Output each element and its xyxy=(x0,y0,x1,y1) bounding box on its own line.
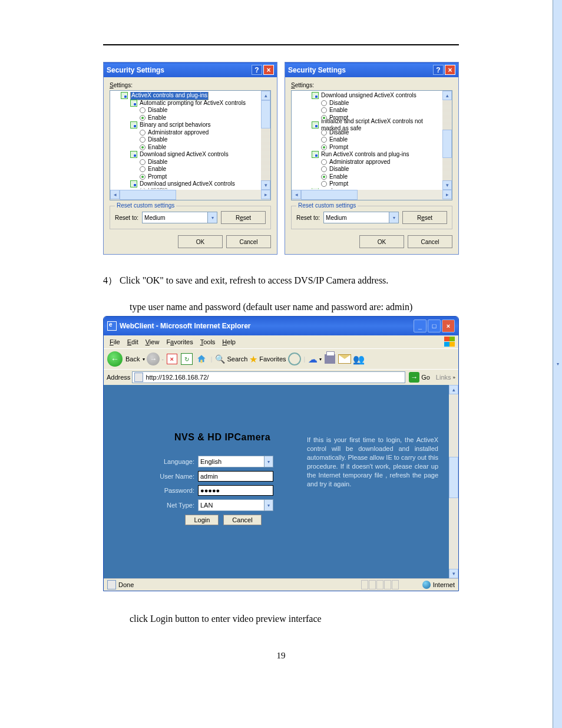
tree-option[interactable]: Disable xyxy=(294,166,442,173)
mail-button[interactable] xyxy=(338,353,351,365)
cancel-button[interactable]: Cancel xyxy=(223,515,261,525)
go-label[interactable]: Go xyxy=(421,374,430,381)
menu-tools[interactable]: Tools xyxy=(197,338,219,346)
help-button[interactable]: ? xyxy=(433,65,444,75)
ok-button[interactable]: OK xyxy=(178,235,223,248)
tree-option[interactable]: Disable xyxy=(113,136,260,144)
cancel-button[interactable]: Cancel xyxy=(226,235,271,248)
chevron-down-icon[interactable]: ▾ xyxy=(207,212,217,223)
radio-icon[interactable] xyxy=(140,188,146,190)
forward-button[interactable]: → xyxy=(147,353,160,365)
radio-icon[interactable] xyxy=(321,100,327,106)
back-dropdown-icon[interactable]: ▾ xyxy=(143,357,145,362)
tree-category[interactable]: Run ActiveX controls and plug-ins xyxy=(294,151,442,159)
print-button[interactable] xyxy=(323,353,336,365)
tree-option[interactable]: Enable xyxy=(113,114,260,122)
refresh-button[interactable]: ↻ xyxy=(180,353,193,365)
tree-category[interactable]: Script ActiveX controls marked safe for … xyxy=(294,188,442,190)
tree-option[interactable]: Enable xyxy=(113,144,260,151)
minimize-button[interactable]: _ xyxy=(414,319,427,332)
scroll-thumb-h[interactable] xyxy=(120,190,176,200)
tree-option[interactable]: Enable xyxy=(294,107,442,114)
scroll-left-arrow[interactable]: ◂ xyxy=(110,190,120,199)
menu-view[interactable]: View xyxy=(142,338,163,346)
menu-file[interactable]: File xyxy=(106,338,124,346)
tree-option[interactable]: Enable xyxy=(294,173,442,181)
radio-icon[interactable] xyxy=(321,107,327,113)
scroll-thumb[interactable] xyxy=(449,404,458,559)
search-label[interactable]: Search xyxy=(227,355,247,363)
radio-icon[interactable] xyxy=(140,130,146,136)
scroll-down-arrow[interactable]: ▾ xyxy=(449,569,458,578)
media-icon[interactable]: ☁ xyxy=(308,354,318,365)
tree-category[interactable]: Initialize and script ActiveX controls n… xyxy=(294,121,442,129)
tree-option[interactable]: Prompt xyxy=(113,173,260,181)
stop-button[interactable]: × xyxy=(166,353,178,365)
scroll-right-arrow[interactable]: ▸ xyxy=(261,190,270,199)
tree-option[interactable]: Prompt xyxy=(294,144,442,151)
settings-tree[interactable]: ActiveX controls and plug-insAutomatic p… xyxy=(110,90,271,200)
content-scrollbar[interactable]: ▴ ▾ xyxy=(449,385,458,578)
menu-help[interactable]: Help xyxy=(219,338,239,346)
tree-option[interactable]: Disable xyxy=(113,159,260,166)
close-button[interactable]: × xyxy=(445,65,455,75)
scrollbar-vertical[interactable]: ▴ ▾ xyxy=(442,91,452,190)
scroll-left-arrow[interactable]: ◂ xyxy=(292,190,301,199)
scroll-thumb[interactable] xyxy=(261,100,270,129)
favorites-icon[interactable]: ★ xyxy=(249,354,257,365)
ok-button[interactable]: OK xyxy=(359,235,404,248)
radio-icon[interactable] xyxy=(140,137,146,143)
chevron-down-icon[interactable]: ▾ xyxy=(264,500,273,510)
messenger-icon[interactable]: 👥 xyxy=(353,354,365,365)
reset-to-combo[interactable]: Medium ▾ xyxy=(323,212,399,223)
tree-option[interactable]: Disable xyxy=(113,188,260,190)
scroll-up-arrow[interactable]: ▴ xyxy=(449,385,458,394)
scroll-down-arrow[interactable]: ▾ xyxy=(261,180,270,190)
tree-option[interactable]: Prompt xyxy=(294,180,442,188)
reset-button[interactable]: Reset xyxy=(402,211,447,224)
links-label[interactable]: Links xyxy=(436,374,451,381)
tree-category[interactable]: ActiveX controls and plug-ins xyxy=(113,92,260,100)
radio-icon[interactable] xyxy=(321,159,327,165)
scroll-up-arrow[interactable]: ▴ xyxy=(261,91,270,100)
scrollbar-horizontal[interactable]: ◂ ▸ xyxy=(292,190,452,200)
radio-icon[interactable] xyxy=(140,144,146,150)
scroll-thumb[interactable] xyxy=(442,130,452,158)
links-chevron-icon[interactable]: » xyxy=(453,375,455,380)
help-button[interactable]: ? xyxy=(252,65,262,75)
radio-icon[interactable] xyxy=(321,181,327,187)
tree-option[interactable]: Enable xyxy=(113,166,260,173)
language-select[interactable]: English ▾ xyxy=(198,456,273,467)
scroll-right-arrow[interactable]: ▸ xyxy=(442,190,452,199)
radio-icon[interactable] xyxy=(321,130,327,136)
radio-icon[interactable] xyxy=(140,115,146,121)
login-button[interactable]: Login xyxy=(185,515,219,525)
tree-option[interactable]: Disable xyxy=(113,107,260,114)
tree-option[interactable]: Enable xyxy=(294,136,442,144)
radio-icon[interactable] xyxy=(321,166,327,172)
favorites-label[interactable]: Favorites xyxy=(259,355,286,363)
search-icon[interactable]: 🔍 xyxy=(215,354,225,364)
tree-category[interactable]: Download unsigned ActiveX controls xyxy=(113,180,260,188)
close-button[interactable]: × xyxy=(263,65,274,75)
reset-to-combo[interactable]: Medium ▾ xyxy=(142,212,217,223)
history-button[interactable] xyxy=(288,353,301,365)
back-label[interactable]: Back xyxy=(125,355,140,363)
reset-button[interactable]: Reset xyxy=(221,211,266,224)
address-input[interactable]: http://192.168.168.72/ ▾ xyxy=(132,371,405,383)
password-input[interactable]: ●●●●● xyxy=(198,485,273,496)
chevron-down-icon[interactable]: ▾ xyxy=(389,212,398,223)
menu-edit[interactable]: Edit xyxy=(124,338,142,346)
menu-favorites[interactable]: Favorites xyxy=(163,338,196,346)
home-button[interactable] xyxy=(195,353,208,365)
radio-icon[interactable] xyxy=(140,166,146,172)
tree-option[interactable]: Disable xyxy=(294,100,442,107)
tree-option[interactable]: Administrator approved xyxy=(294,159,442,166)
tree-category[interactable]: Download unsigned ActiveX controls xyxy=(294,92,442,100)
radio-icon[interactable] xyxy=(140,107,146,113)
media-dropdown-icon[interactable]: ▾ xyxy=(319,357,322,362)
radio-icon[interactable] xyxy=(321,115,327,121)
scrollbar-horizontal[interactable]: ◂ ▸ xyxy=(110,190,270,200)
nettype-select[interactable]: LAN ▾ xyxy=(198,499,273,511)
radio-icon[interactable] xyxy=(321,137,327,143)
